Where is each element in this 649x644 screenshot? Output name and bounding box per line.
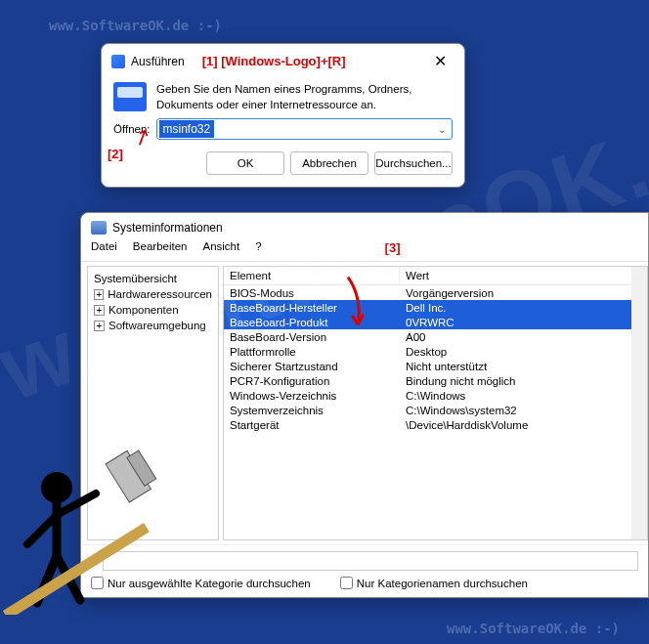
system-information-window: Systeminformationen Datei Bearbeiten Ans… <box>80 212 649 598</box>
cell-value: C:\Windows\system32 <box>400 403 647 417</box>
list-row[interactable]: BaseBoard-VersionA00 <box>224 329 647 344</box>
open-value: msinfo32 <box>159 120 215 138</box>
find-input[interactable] <box>103 551 638 571</box>
sysinfo-title: Systeminformationen <box>112 221 223 235</box>
chevron-down-icon[interactable]: ⌄ <box>432 124 452 135</box>
sysinfo-titlebar: Systeminformationen <box>81 213 648 236</box>
list-header: Element Wert <box>224 267 647 285</box>
cell-value: Vorgängerversion <box>400 285 647 300</box>
cancel-button[interactable]: Abbrechen <box>290 151 368 175</box>
run-description: Geben Sie den Namen eines Programms, Ord… <box>156 82 453 112</box>
details-list[interactable]: Element Wert BIOS-ModusVorgängerversionB… <box>223 266 648 540</box>
list-row[interactable]: Startgerät\Device\HarddiskVolume <box>224 417 647 432</box>
cell-element: Startgerät <box>224 417 400 432</box>
menu-view[interactable]: Ansicht <box>202 240 239 255</box>
tree-item-hardware[interactable]: +Hardwareressourcen <box>90 286 216 302</box>
cell-value: Dell Inc. <box>400 300 647 315</box>
list-row[interactable]: PCR7-KonfigurationBindung nicht möglich <box>224 373 647 388</box>
list-row[interactable]: BaseBoard-Produkt0VRWRC <box>224 315 647 329</box>
menu-bar: Datei Bearbeiten Ansicht ? [3] <box>81 236 648 261</box>
ok-button[interactable]: OK <box>206 151 284 175</box>
list-row[interactable]: Sicherer StartzustandNicht unterstützt <box>224 359 647 373</box>
expand-icon[interactable]: + <box>94 289 104 300</box>
cell-value: Nicht unterstützt <box>400 359 647 373</box>
close-icon[interactable]: ✕ <box>424 50 456 72</box>
list-row[interactable]: PlattformrolleDesktop <box>224 344 647 359</box>
cell-value: \Device\HarddiskVolume <box>400 417 647 432</box>
menu-file[interactable]: Datei <box>91 240 117 255</box>
find-label: S <box>91 555 99 567</box>
tree-item-software[interactable]: +Softwareumgebung <box>90 318 216 333</box>
column-element[interactable]: Element <box>224 267 400 284</box>
cell-element: BaseBoard-Version <box>224 329 400 344</box>
list-row[interactable]: SystemverzeichnisC:\Windows\system32 <box>224 403 647 417</box>
run-program-icon <box>113 82 147 111</box>
scrollbar[interactable] <box>631 267 647 539</box>
checkbox-category-names[interactable] <box>340 577 353 589</box>
find-row: S <box>81 544 648 577</box>
list-row[interactable]: BaseBoard-HerstellerDell Inc. <box>224 300 647 315</box>
expand-icon[interactable]: + <box>94 321 105 331</box>
svg-point-0 <box>41 472 72 503</box>
cell-element: Windows-Verzeichnis <box>224 388 400 403</box>
run-title: Ausführen <box>131 55 185 68</box>
watermark-text: www.SoftwareOK.de :-) <box>447 621 620 636</box>
cell-value: Bindung nicht möglich <box>400 373 647 388</box>
watermark-text: www.SoftwareOK.de :-) <box>49 18 222 33</box>
cell-value: 0VRWRC <box>400 315 647 329</box>
sysinfo-icon <box>91 221 107 235</box>
tree-item-components[interactable]: +Komponenten <box>90 302 216 318</box>
expand-icon[interactable]: + <box>94 305 105 316</box>
run-dialog: Ausführen [1] [Windows-Logo]+[R] ✕ Geben… <box>101 43 465 188</box>
cell-element: Plattformrolle <box>224 344 400 359</box>
open-combobox[interactable]: msinfo32 ⌄ <box>156 118 453 140</box>
check-category-names[interactable]: Nur Kategorienamen durchsuchen <box>340 577 528 589</box>
cell-element: Systemverzeichnis <box>224 403 400 417</box>
cell-element: PCR7-Konfiguration <box>224 373 400 388</box>
annotation-2: [2] <box>108 147 123 161</box>
category-tree[interactable]: Systemübersicht +Hardwareressourcen +Kom… <box>87 266 219 540</box>
cell-value: Desktop <box>400 344 647 359</box>
run-titlebar: Ausführen [1] [Windows-Logo]+[R] ✕ <box>102 44 464 74</box>
list-row[interactable]: BIOS-ModusVorgängerversion <box>224 285 647 300</box>
tree-root[interactable]: Systemübersicht <box>90 271 216 286</box>
annotation-3: [3] <box>385 240 401 255</box>
check-selected-category[interactable]: Nur ausgewählte Kategorie durchsuchen <box>91 577 311 589</box>
list-row[interactable]: Windows-VerzeichnisC:\Windows <box>224 388 647 403</box>
checkbox-selected-category[interactable] <box>91 577 104 589</box>
annotation-1: [1] [Windows-Logo]+[R] <box>202 54 424 68</box>
cell-value: C:\Windows <box>400 388 647 403</box>
cell-element: Sicherer Startzustand <box>224 359 400 373</box>
column-value[interactable]: Wert <box>400 267 647 284</box>
cell-value: A00 <box>400 329 647 344</box>
browse-button[interactable]: Durchsuchen... <box>374 151 453 175</box>
menu-edit[interactable]: Bearbeiten <box>133 240 188 255</box>
run-icon <box>111 55 125 68</box>
menu-help[interactable]: ? <box>255 240 261 255</box>
